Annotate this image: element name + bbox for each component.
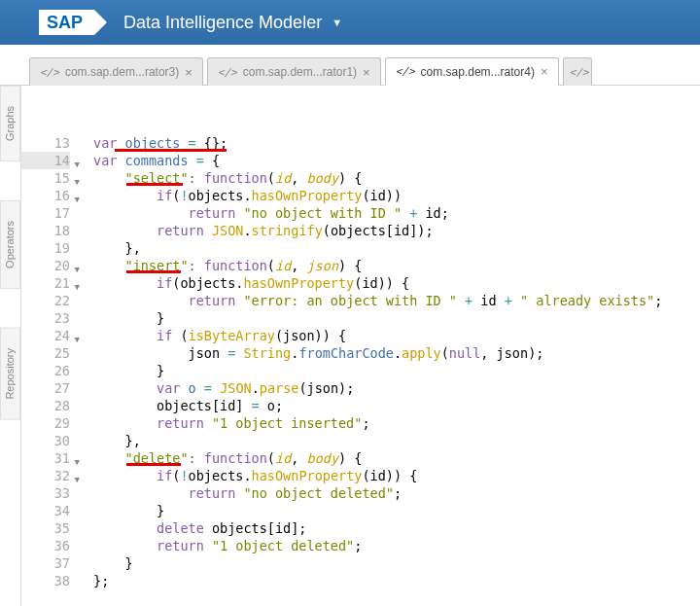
code-line[interactable]: "select": function(id, body) {	[93, 169, 700, 187]
line-number: 13	[21, 134, 70, 152]
line-number: 33	[21, 484, 70, 502]
annotation-underline	[126, 270, 181, 273]
code-line[interactable]: var objects = {};	[93, 134, 700, 152]
line-number-gutter: 1314▼15▼16▼17181920▼21▼222324▼2526272829…	[21, 134, 76, 606]
code-editor[interactable]: 1314▼15▼16▼17181920▼21▼222324▼2526272829…	[21, 86, 700, 606]
editor-tabs-bar: </> com.sap.dem...rator3) × </> com.sap.…	[0, 45, 700, 86]
code-line[interactable]: if(!objects.hasOwnProperty(id))	[93, 187, 700, 204]
line-number: 28	[21, 397, 70, 414]
code-line[interactable]: var commands = {	[93, 152, 700, 169]
code-line[interactable]: return "1 object deleted";	[93, 537, 700, 554]
code-line[interactable]: if (isByteArray(json)) {	[93, 327, 700, 344]
code-icon: </>	[570, 66, 589, 79]
tab-label: com.sap.dem...rator4)	[421, 65, 535, 79]
editor-tab[interactable]: </> com.sap.dem...rator3) ×	[29, 57, 203, 86]
code-line[interactable]: return JSON.stringify(objects[id]);	[93, 222, 700, 239]
workspace: Graphs Operators Repository 1314▼15▼16▼1…	[0, 86, 700, 606]
code-line[interactable]: return "no object deleted";	[93, 484, 700, 502]
close-icon[interactable]: ×	[185, 65, 192, 80]
code-line[interactable]: },	[93, 432, 700, 449]
line-number: 23	[21, 309, 70, 327]
code-line[interactable]: return "no object with ID " + id;	[93, 204, 700, 222]
editor-tab[interactable]: </> com.sap.dem...rator1) ×	[207, 57, 381, 86]
code-icon: </>	[396, 65, 415, 78]
code-line[interactable]: return "error: an object with ID " + id …	[93, 292, 700, 309]
code-line[interactable]: json = String.fromCharCode.apply(null, j…	[93, 344, 700, 362]
code-content[interactable]: var objects = {};var commands = { "selec…	[76, 134, 700, 606]
line-number: 35	[21, 519, 70, 537]
close-icon[interactable]: ×	[363, 65, 370, 80]
line-number: 37	[21, 554, 70, 572]
code-line[interactable]: objects[id] = o;	[93, 397, 700, 414]
chevron-down-icon: ▼	[332, 17, 342, 28]
line-number: 22	[21, 292, 70, 309]
line-number: 38	[21, 572, 70, 589]
line-number: 32▼	[21, 467, 70, 484]
editor-tab-active[interactable]: </> com.sap.dem...rator4) ×	[385, 57, 559, 86]
side-tab-operators[interactable]: Operators	[0, 200, 20, 289]
app-title-text: Data Intelligence Modeler	[123, 13, 322, 33]
line-number: 18	[21, 222, 70, 239]
line-number: 19	[21, 239, 70, 257]
code-line[interactable]: }	[93, 362, 700, 379]
side-tabs: Graphs Operators Repository	[0, 86, 21, 606]
code-icon: </>	[40, 66, 59, 79]
code-line[interactable]: }	[93, 554, 700, 572]
code-line[interactable]: "insert": function(id, json) {	[93, 257, 700, 274]
line-number: 36	[21, 537, 70, 554]
close-icon[interactable]: ×	[541, 64, 548, 79]
line-number: 14▼	[21, 152, 70, 169]
app-header: SAP Data Intelligence Modeler ▼	[0, 0, 700, 45]
line-number: 16▼	[21, 187, 70, 204]
code-line[interactable]: return "1 object inserted";	[93, 414, 700, 432]
line-number: 26	[21, 362, 70, 379]
line-number: 27	[21, 379, 70, 397]
code-line[interactable]: }	[93, 502, 700, 519]
code-icon: </>	[218, 66, 237, 79]
line-number: 21▼	[21, 274, 70, 292]
line-number: 17	[21, 204, 70, 222]
editor-tab[interactable]: </>	[563, 57, 592, 86]
line-number: 31▼	[21, 449, 70, 467]
code-line[interactable]: var o = JSON.parse(json);	[93, 379, 700, 397]
side-tab-repository[interactable]: Repository	[0, 328, 20, 420]
line-number: 25	[21, 344, 70, 362]
side-tab-graphs[interactable]: Graphs	[0, 86, 20, 161]
line-number: 24▼	[21, 327, 70, 344]
tab-label: com.sap.dem...rator3)	[65, 65, 179, 79]
line-number: 20▼	[21, 257, 70, 274]
annotation-underline	[115, 149, 227, 152]
code-line[interactable]: };	[93, 572, 700, 589]
code-line[interactable]: delete objects[id];	[93, 519, 700, 537]
code-line[interactable]: },	[93, 239, 700, 257]
tab-label: com.sap.dem...rator1)	[243, 65, 357, 79]
line-number: 15▼	[21, 169, 70, 187]
code-line[interactable]: if(!objects.hasOwnProperty(id)) {	[93, 467, 700, 484]
line-number: 29	[21, 414, 70, 432]
line-number: 30	[21, 432, 70, 449]
code-line[interactable]: }	[93, 309, 700, 327]
code-line[interactable]: if(objects.hasOwnProperty(id)) {	[93, 274, 700, 292]
sap-logo: SAP	[39, 10, 94, 35]
line-number: 34	[21, 502, 70, 519]
annotation-underline	[126, 463, 181, 466]
annotation-underline	[126, 183, 183, 186]
code-line[interactable]: "delete": function(id, body) {	[93, 449, 700, 467]
app-title[interactable]: Data Intelligence Modeler ▼	[123, 13, 342, 33]
